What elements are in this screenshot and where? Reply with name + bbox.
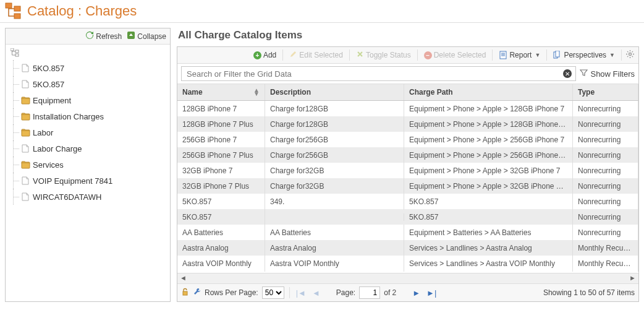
svg-line-24 [632,51,633,52]
cell: Equipment > Phone > Apple > 32GB iPhone … [404,163,573,179]
tree-item[interactable]: Services [9,157,170,173]
tree-item[interactable]: WIRCAT6DATAWH [9,189,170,205]
tree-item[interactable]: Installation Charges [9,108,170,124]
scroll-left-icon[interactable]: ◄ [180,274,187,282]
cell [265,213,404,221]
svg-rect-7 [22,98,30,104]
col-header-name[interactable]: Name ▲▼ [177,84,265,100]
collapse-button[interactable]: Collapse [127,31,166,41]
cell: Equipment > Phone > Apple > 256GB iPhone… [404,132,573,148]
rows-per-page-select[interactable]: 50 [262,286,284,299]
svg-rect-6 [15,54,19,56]
grid-body[interactable]: 128GB iPhone 7Charge for128GBEquipment >… [177,101,638,273]
table-row[interactable]: 128GB iPhone 7 PlusCharge for128GBEquipm… [177,116,638,132]
table-row[interactable]: Aastra AnalogAastra AnalogServices > Lan… [177,240,638,256]
tree-item[interactable]: Labor Charge [9,140,170,157]
collapse-icon [127,31,135,41]
cell: Charge for128GB [265,116,404,132]
tree-panel: Refresh Collapse 5KO.8575KO.857Equipment… [5,28,171,302]
toggle-status-button: Toggle Status [354,49,413,61]
delete-icon: − [424,51,432,59]
cell: Equipment > Phone > Apple > 128GB iPhone… [404,116,573,132]
file-icon [20,63,30,73]
tree-root-icon [11,48,170,59]
cell: Charge for256GB [265,147,404,163]
cell: 32GB iPhone 7 Plus [177,178,265,194]
search-row: ✕ Show Filters [177,64,638,84]
col-header-type[interactable]: Type [573,84,638,100]
horizontal-scrollbar[interactable]: ◄ ► [177,273,638,283]
table-row[interactable]: Aastra VOIP MonthlyAastra VOIP MonthlySe… [177,256,638,271]
cell: Charge for32GB [265,163,404,179]
folder-icon [20,111,30,121]
tree-item[interactable]: 5KO.857 [9,60,170,76]
tree-item-label: Installation Charges [33,112,104,121]
report-dropdown[interactable]: Report ▼ [496,50,543,61]
first-page-button[interactable]: |◄ [295,288,307,298]
svg-rect-5 [15,50,19,53]
edit-selected-button: Edit Selected [287,49,345,61]
svg-rect-11 [500,51,506,59]
next-page-button[interactable]: ► [411,288,422,298]
folder-icon [20,95,30,105]
lock-icon[interactable] [181,288,189,298]
perspectives-dropdown[interactable]: Perspectives ▼ [551,50,617,61]
settings-button[interactable] [625,50,635,61]
svg-line-22 [627,51,628,52]
tree-item[interactable]: 5KO.857 [9,76,170,92]
table-row[interactable]: 256GB iPhone 7 PlusCharge for256GBEquipm… [177,147,638,163]
prev-page-button[interactable]: ◄ [311,288,321,298]
search-box[interactable]: ✕ [181,66,576,81]
cell: Nonrecurring [573,225,638,241]
add-button[interactable]: + Add [251,50,279,61]
page-input[interactable] [359,286,380,299]
tree-item-label: 5KO.857 [33,80,64,89]
caret-down-icon: ▼ [535,52,540,58]
cell: 5KO.857 [177,209,265,225]
svg-rect-26 [183,291,187,295]
grid: + Add Edit Selected Toggle Status [177,46,639,302]
cell: 256GB iPhone 7 Plus [177,147,265,163]
cell: Aastra Analog [177,240,265,256]
show-filters-button[interactable]: Show Filters [580,69,635,79]
table-row[interactable]: 32GB iPhone 7Charge for32GBEquipment > P… [177,163,638,178]
catalog-icon [5,2,23,20]
page-title: Catalog : Charges [27,3,137,19]
of-pages: of 2 [384,288,396,297]
col-header-description[interactable]: Description [265,84,404,100]
folder-icon [20,127,30,137]
table-row[interactable]: 128GB iPhone 7Charge for128GBEquipment >… [177,101,638,116]
cell: AA Batteries [177,225,265,241]
search-input[interactable] [185,69,563,79]
table-row[interactable]: 5KO.8575KO.857Nonrecurring [177,209,638,225]
tree-item-label: VOIP Equipment 7841 [33,176,112,186]
cell: Aastra VOIP Monthly [265,256,404,272]
cell: 256GB iPhone 7 [177,132,265,148]
table-row[interactable]: 5KO.857349.5KO.857Nonrecurring [177,194,638,209]
cell: Nonrecurring [573,194,638,210]
scroll-right-icon[interactable]: ► [629,274,636,282]
col-header-charge-path[interactable]: Charge Path [404,84,573,100]
file-icon [20,176,30,186]
cell: Equipment > Phone > Apple > 32GB iPhone … [404,178,573,194]
svg-rect-9 [22,131,30,136]
clear-search-icon[interactable]: ✕ [563,69,572,78]
tree-item[interactable]: Equipment [9,92,170,108]
tree-item[interactable]: Labor [9,124,170,140]
table-row[interactable]: AA BatteriesAA BatteriesEquipment > Batt… [177,225,638,240]
svg-rect-10 [22,163,30,168]
cell: Aastra Analog [265,240,404,256]
content-panel: All Charge Catalog Items + Add Edit Sele… [177,28,639,302]
showing-label: Showing 1 to 50 of 57 items [543,288,635,297]
cell: 128GB iPhone 7 Plus [177,116,265,132]
last-page-button[interactable]: ►| [425,288,438,298]
tree: 5KO.8575KO.857EquipmentInstallation Char… [6,45,170,301]
refresh-button[interactable]: Refresh [85,31,122,41]
caret-down-icon: ▼ [609,52,615,58]
wrench-icon[interactable] [193,288,201,298]
table-row[interactable]: 256GB iPhone 7Charge for256GBEquipment >… [177,132,638,147]
table-row[interactable]: 32GB iPhone 7 PlusCharge for32GBEquipmen… [177,178,638,194]
svg-rect-2 [14,14,20,19]
grid-footer: Rows Per Page: 50 |◄ ◄ Page: of 2 ► ►| S… [177,283,638,301]
tree-item[interactable]: VOIP Equipment 7841 [9,173,170,189]
